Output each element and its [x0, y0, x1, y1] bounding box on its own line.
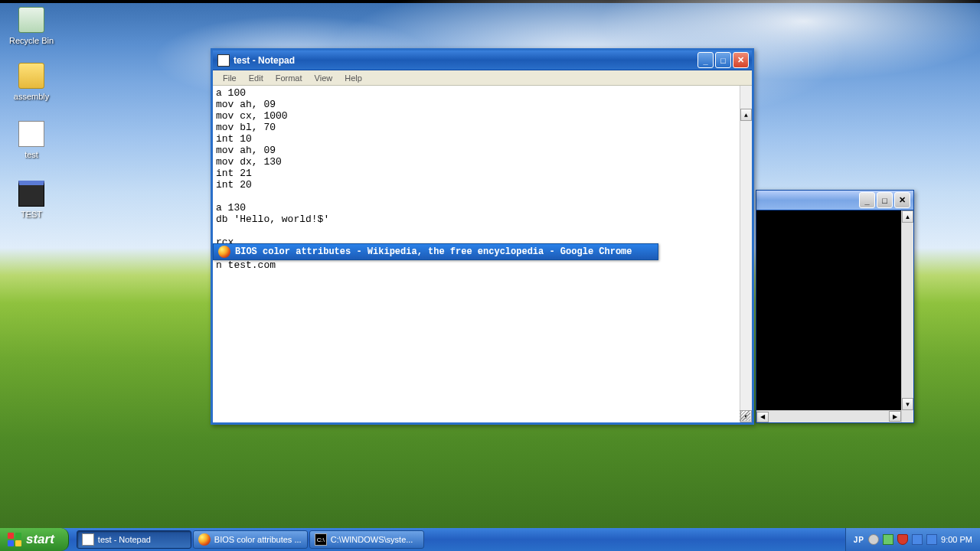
folder-icon [18, 63, 44, 89]
chrome-icon [218, 246, 230, 258]
vertical-scrollbar[interactable]: ▲ ▼ [740, 86, 752, 422]
alt-tab-label: BIOS color attributes - Wikipedia, the f… [235, 246, 632, 258]
close-button[interactable]: ✕ [733, 52, 749, 68]
taskbar: start test - Notepad BIOS color attribut… [0, 528, 980, 551]
menu-edit[interactable]: Edit [243, 73, 269, 83]
tray-green-icon[interactable] [883, 534, 893, 545]
menu-file[interactable]: File [217, 73, 242, 83]
desktop-icon-test-txt[interactable]: test [4, 121, 59, 159]
tray-blue-icon[interactable] [912, 534, 923, 545]
minimize-button[interactable]: _ [697, 52, 714, 68]
horizontal-scrollbar[interactable]: ◀ ▶ [756, 410, 901, 422]
clock[interactable]: 9:00 PM [941, 535, 972, 544]
windows-logo-icon [8, 533, 21, 546]
cmd-window[interactable]: _ □ ✕ ▲ ▼ ◀ ▶ [756, 190, 914, 423]
exefile-icon [18, 181, 44, 207]
scroll-up-arrow-icon[interactable]: ▲ [902, 210, 913, 223]
desktop-icon-label: Recycle Bin [9, 36, 54, 45]
scroll-down-arrow-icon[interactable]: ▼ [902, 398, 913, 410]
notepad-titlebar[interactable]: test - Notepad _ □ ✕ [213, 51, 752, 70]
notepad-window[interactable]: test - Notepad _ □ ✕ File Edit Format Vi… [211, 48, 754, 425]
alt-tab-switcher[interactable]: BIOS color attributes - Wikipedia, the f… [213, 243, 658, 260]
scroll-up-arrow-icon[interactable]: ▲ [740, 109, 752, 121]
menu-help[interactable]: Help [339, 73, 368, 83]
textfile-icon [18, 121, 44, 147]
tray-removehw-icon[interactable] [868, 534, 879, 545]
taskbar-item-label: test - Notepad [98, 535, 151, 544]
menu-format[interactable]: Format [270, 73, 308, 83]
taskbar-item-label: BIOS color attributes ... [214, 535, 302, 544]
taskbar-buttons: test - Notepad BIOS color attributes ...… [77, 530, 845, 549]
desktop-icon-label: assembly [14, 92, 49, 101]
desktop-icon-label: test [24, 150, 38, 159]
tray-security-shield-icon[interactable] [897, 534, 908, 545]
system-tray[interactable]: JP 9:00 PM [845, 528, 980, 551]
chrome-icon [198, 533, 211, 546]
maximize-button[interactable]: □ [877, 192, 893, 208]
desktop-icon-recyclebin[interactable]: Recycle Bin [4, 7, 59, 45]
desktop-icon-assembly-folder[interactable]: assembly [4, 63, 59, 101]
taskbar-item-cmd[interactable]: C:\ C:\WINDOWS\syste... [309, 530, 424, 549]
minimize-button[interactable]: _ [859, 192, 875, 208]
window-title: test - Notepad [234, 55, 697, 66]
desktop-icon-label: TEST [21, 210, 42, 219]
taskbar-item-chrome[interactable]: BIOS color attributes ... [193, 530, 308, 549]
menu-view[interactable]: View [309, 73, 338, 83]
start-label: start [26, 532, 54, 547]
desktop-icon-test-exe[interactable]: TEST [4, 181, 59, 219]
cmd-client-area[interactable]: ▲ ▼ ◀ ▶ [756, 210, 913, 422]
resize-grip[interactable] [740, 410, 750, 421]
language-indicator[interactable]: JP [854, 536, 864, 544]
close-button[interactable]: ✕ [894, 192, 910, 208]
letterbox-top [0, 0, 980, 3]
start-button[interactable]: start [0, 528, 69, 551]
taskbar-item-notepad[interactable]: test - Notepad [77, 530, 191, 549]
cmd-titlebar[interactable]: _ □ ✕ [756, 191, 913, 210]
taskbar-item-label: C:\WINDOWS\syste... [331, 535, 413, 544]
vertical-scrollbar[interactable]: ▲ ▼ [901, 210, 913, 422]
recyclebin-icon [18, 7, 44, 33]
menubar: File Edit Format View Help [213, 70, 752, 86]
maximize-button[interactable]: □ [715, 52, 731, 68]
cmd-icon: C:\ [315, 533, 327, 546]
scroll-left-arrow-icon[interactable]: ◀ [756, 412, 769, 422]
notepad-icon [82, 533, 94, 546]
scroll-right-arrow-icon[interactable]: ▶ [889, 411, 901, 422]
notepad-app-icon [217, 54, 230, 67]
notepad-editor[interactable]: a 100 mov ah, 09 mov cx, 1000 mov bl, 70… [213, 86, 752, 422]
tray-network-icon[interactable] [926, 534, 937, 545]
